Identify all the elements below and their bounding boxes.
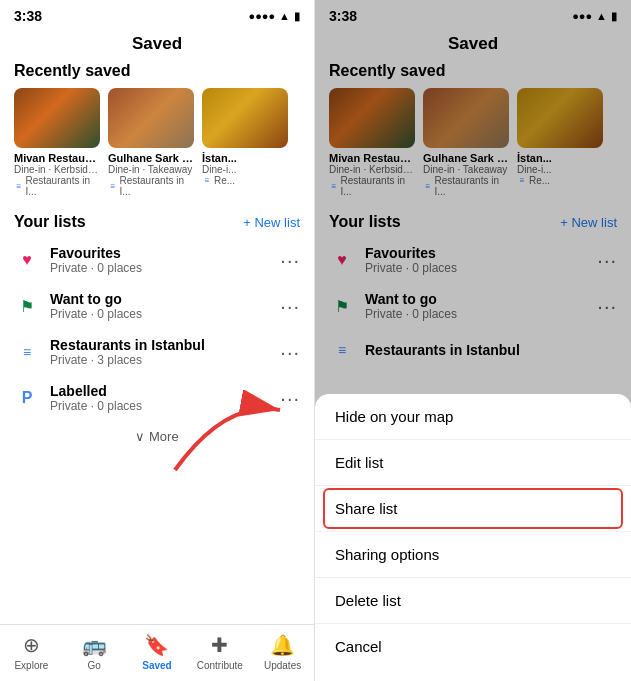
nav-contribute-left[interactable]: ✚ Contribute	[188, 633, 251, 671]
list-icon-1: ≡	[14, 181, 24, 191]
battery-icon: ▮	[294, 10, 300, 23]
thumb-img-3	[202, 88, 288, 148]
list-item-favourites-left[interactable]: ♥ Favourites Private · 0 places ···	[0, 237, 314, 283]
thumb-type-1: Dine-in · Kerbside p...	[14, 164, 100, 175]
heart-icon-left: ♥	[14, 247, 40, 273]
thumb-img-2	[108, 88, 194, 148]
thumb-item-1[interactable]: Mivan Restauran... Dine-in · Kerbside p.…	[14, 88, 100, 197]
list-name-favourites-left: Favourites	[50, 245, 280, 261]
time-left: 3:38	[14, 8, 42, 24]
list-icon-2: ≡	[108, 181, 118, 191]
explore-icon-left: ⊕	[23, 633, 40, 657]
lists-header-left: Your lists + New list	[0, 207, 314, 237]
nav-go-label-left: Go	[88, 660, 101, 671]
recently-saved-label-left: Recently saved	[0, 62, 314, 88]
context-menu: Hide on your map Edit list Share list Sh…	[315, 394, 631, 681]
thumbnails-row-left: Mivan Restauran... Dine-in · Kerbside p.…	[0, 88, 314, 207]
flag-icon-left: ⚑	[14, 293, 40, 319]
thumb-img-1	[14, 88, 100, 148]
right-panel: 3:38 ●●● ▲ ▮ Saved Recently saved Mivan …	[315, 0, 631, 681]
list-name-wantgo-left: Want to go	[50, 291, 280, 307]
bottom-nav-left: ⊕ Explore 🚌 Go 🔖 Saved ✚ Contribute 🔔 Up…	[0, 624, 314, 681]
left-panel: 3:38 ●●●● ▲ ▮ Saved Recently saved Mivan…	[0, 0, 315, 681]
nav-go-left[interactable]: 🚌 Go	[63, 633, 126, 671]
saved-icon-left: 🔖	[144, 633, 169, 657]
more-btn-labelled-left[interactable]: ···	[280, 388, 300, 408]
list-icon-3: ≡	[202, 176, 212, 186]
thumb-name-2: Gulhane Sark So...	[108, 152, 194, 164]
list-meta-restaurants-left: Private · 3 places	[50, 353, 280, 367]
nav-saved-label-left: Saved	[142, 660, 171, 671]
thumb-list-3: ≡ Re...	[202, 175, 288, 186]
thumb-type-2: Dine-in · Takeaway	[108, 164, 194, 175]
nav-updates-label-left: Updates	[264, 660, 301, 671]
updates-icon-left: 🔔	[270, 633, 295, 657]
your-lists-title-left: Your lists	[14, 213, 86, 231]
thumb-list-2: ≡ Restaurants in I...	[108, 175, 194, 197]
nav-explore-label-left: Explore	[14, 660, 48, 671]
menu-cancel[interactable]: Cancel	[315, 624, 631, 669]
list-item-labelled-left[interactable]: P Labelled Private · 0 places ···	[0, 375, 314, 421]
contribute-icon-left: ✚	[211, 633, 228, 657]
menu-share-list[interactable]: Share list	[315, 486, 631, 531]
nav-saved-left[interactable]: 🔖 Saved	[126, 633, 189, 671]
more-label-left: ∨ More	[0, 429, 314, 444]
lines-icon-left: ≡	[14, 339, 40, 365]
list-meta-wantgo-left: Private · 0 places	[50, 307, 280, 321]
list-item-wantgo-left[interactable]: ⚑ Want to go Private · 0 places ···	[0, 283, 314, 329]
thumb-list-1: ≡ Restaurants in I...	[14, 175, 100, 197]
page-title-left: Saved	[0, 28, 314, 62]
nav-updates-left[interactable]: 🔔 Updates	[251, 633, 314, 671]
more-row-left[interactable]: ∨ More	[0, 421, 314, 450]
wifi-icon: ▲	[279, 10, 290, 22]
more-btn-wantgo-left[interactable]: ···	[280, 296, 300, 316]
go-icon-left: 🚌	[82, 633, 107, 657]
list-meta-favourites-left: Private · 0 places	[50, 261, 280, 275]
thumb-name-1: Mivan Restauran...	[14, 152, 100, 164]
p-icon-left: P	[14, 385, 40, 411]
list-name-restaurants-left: Restaurants in Istanbul	[50, 337, 280, 353]
thumb-name-3: İstan...	[202, 152, 288, 164]
status-icons-left: ●●●● ▲ ▮	[249, 10, 300, 23]
menu-hide-on-map[interactable]: Hide on your map	[315, 394, 631, 439]
thumb-item-2[interactable]: Gulhane Sark So... Dine-in · Takeaway ≡ …	[108, 88, 194, 197]
thumb-type-3: Dine-i...	[202, 164, 288, 175]
more-btn-restaurants-left[interactable]: ···	[280, 342, 300, 362]
list-meta-labelled-left: Private · 0 places	[50, 399, 280, 413]
more-btn-favourites-left[interactable]: ···	[280, 250, 300, 270]
new-list-button-left[interactable]: + New list	[243, 215, 300, 230]
thumb-item-3[interactable]: İstan... Dine-i... ≡ Re...	[202, 88, 288, 197]
list-item-restaurants-left[interactable]: ≡ Restaurants in Istanbul Private · 3 pl…	[0, 329, 314, 375]
status-bar-left: 3:38 ●●●● ▲ ▮	[0, 0, 314, 28]
menu-sharing-options[interactable]: Sharing options	[315, 532, 631, 577]
menu-delete-list[interactable]: Delete list	[315, 578, 631, 623]
signal-icon: ●●●●	[249, 10, 276, 22]
list-name-labelled-left: Labelled	[50, 383, 280, 399]
nav-contribute-label-left: Contribute	[197, 660, 243, 671]
menu-edit-list[interactable]: Edit list	[315, 440, 631, 485]
nav-explore-left[interactable]: ⊕ Explore	[0, 633, 63, 671]
